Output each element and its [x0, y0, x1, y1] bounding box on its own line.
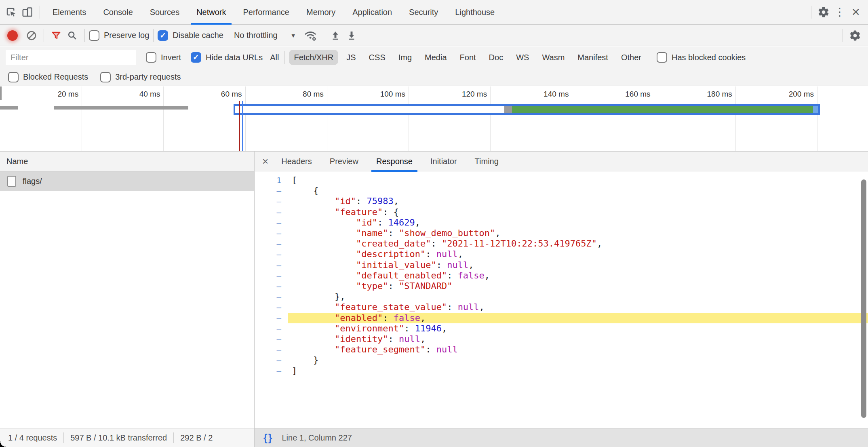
- filter-type-img[interactable]: Img: [394, 50, 417, 65]
- request-waterfall-bar[interactable]: [234, 104, 820, 115]
- token: }: [292, 355, 318, 365]
- detail-tab-timing[interactable]: Timing: [467, 152, 507, 171]
- export-har-button[interactable]: [327, 27, 343, 44]
- detail-tab-headers[interactable]: Headers: [273, 152, 320, 171]
- tab-memory[interactable]: Memory: [299, 0, 343, 25]
- record-network-log-button[interactable]: [7, 30, 18, 41]
- token: [: [292, 175, 297, 185]
- filter-input[interactable]: [6, 50, 136, 65]
- token: "enabled": [335, 313, 383, 323]
- request-options-bar: Blocked Requests 3rd-party requests: [0, 68, 868, 86]
- chevron-down-icon[interactable]: ▼: [291, 32, 296, 39]
- token: :: [377, 217, 388, 228]
- disable-cache-toggle[interactable]: Disable cache: [158, 30, 223, 41]
- gear-icon: [817, 6, 830, 18]
- code-line: – "type": "STANDARD": [255, 281, 868, 291]
- overview-timeline[interactable]: 20 ms40 ms60 ms80 ms100 ms120 ms140 ms16…: [0, 86, 868, 152]
- token: :: [388, 334, 399, 344]
- timeline-gridline: [327, 86, 327, 151]
- line-number: –: [255, 249, 288, 259]
- token: null: [447, 260, 468, 270]
- code-line: – },: [255, 291, 868, 302]
- token: :: [426, 344, 436, 354]
- request-list-header: Name: [0, 152, 254, 171]
- filter-type-all[interactable]: All: [270, 53, 279, 62]
- token: :: [383, 313, 394, 323]
- hide-data-urls-toggle[interactable]: Hide data URLs: [191, 52, 263, 63]
- filter-type-media[interactable]: Media: [420, 50, 451, 65]
- throttling-select[interactable]: No throttling: [234, 31, 278, 40]
- token: [292, 196, 335, 206]
- token: "type": [356, 281, 388, 291]
- search-button[interactable]: [64, 27, 80, 44]
- import-har-button[interactable]: [343, 27, 360, 44]
- filter-type-css[interactable]: CSS: [364, 50, 390, 65]
- tab-application[interactable]: Application: [345, 0, 400, 25]
- vertical-scrollbar[interactable]: [861, 179, 866, 418]
- line-number: –: [255, 291, 288, 302]
- filter-type-other[interactable]: Other: [616, 50, 646, 65]
- third-party-requests-toggle[interactable]: 3rd-party requests: [100, 72, 181, 82]
- detail-tab-preview[interactable]: Preview: [322, 152, 367, 171]
- invert-toggle[interactable]: Invert: [146, 52, 181, 63]
- summary-item: 1 / 4 requests: [8, 433, 57, 443]
- timeline-gridline: [817, 86, 817, 151]
- tab-sources[interactable]: Sources: [142, 0, 187, 25]
- filter-type-js[interactable]: JS: [341, 50, 360, 65]
- settings-button[interactable]: [815, 4, 832, 20]
- filter-type-fetch-xhr[interactable]: Fetch/XHR: [289, 50, 338, 65]
- filter-type-manifest[interactable]: Manifest: [573, 50, 613, 65]
- token: ,: [597, 238, 602, 249]
- filter-type-font[interactable]: Font: [455, 50, 481, 65]
- summary-item: 292 B / 2: [180, 433, 213, 443]
- device-toolbar-button[interactable]: [19, 4, 36, 20]
- timeline-tick-label: 100 ms: [380, 90, 405, 99]
- preserve-log-toggle[interactable]: Preserve log: [89, 30, 149, 41]
- close-devtools-button[interactable]: ✕: [848, 4, 864, 20]
- code-text: "feature": {: [288, 207, 868, 217]
- detail-tab-response[interactable]: Response: [368, 152, 421, 171]
- clear-network-log-button[interactable]: [23, 27, 40, 44]
- request-row-flags[interactable]: flags/: [0, 171, 254, 191]
- tab-performance[interactable]: Performance: [236, 0, 297, 25]
- filter-toggle-button[interactable]: [48, 27, 64, 44]
- response-body-viewer[interactable]: 1[– {– "id": 75983,– "feature": {– "id":…: [255, 171, 868, 428]
- token: [292, 313, 335, 323]
- hide-data-urls-checkbox: [191, 52, 201, 63]
- code-text: "feature_state_value": null,: [288, 302, 868, 312]
- token: :: [447, 270, 458, 280]
- filter-type-doc[interactable]: Doc: [484, 50, 508, 65]
- disable-cache-label: Disable cache: [173, 31, 223, 40]
- window-corner: [0, 441, 6, 447]
- network-settings-button[interactable]: [847, 27, 863, 44]
- tab-elements[interactable]: Elements: [45, 0, 94, 25]
- third-party-requests-checkbox: [100, 72, 111, 82]
- filter-type-ws[interactable]: WS: [511, 50, 534, 65]
- filter-type-wasm[interactable]: Wasm: [537, 50, 569, 65]
- pretty-print-icon[interactable]: {}: [263, 432, 273, 444]
- blocked-requests-toggle[interactable]: Blocked Requests: [8, 72, 88, 82]
- token: "default_enabled": [356, 270, 447, 280]
- code-line: – "feature": {: [255, 207, 868, 217]
- tab-lighthouse[interactable]: Lighthouse: [447, 0, 502, 25]
- inspect-element-button[interactable]: [3, 4, 19, 20]
- name-column-header[interactable]: Name: [0, 157, 28, 166]
- tab-console[interactable]: Console: [95, 0, 140, 25]
- close-detail-icon[interactable]: ×: [255, 155, 272, 168]
- detail-tab-initiator[interactable]: Initiator: [422, 152, 465, 171]
- network-summary: 1 / 4 requests597 B / 10.1 kB transferre…: [0, 428, 255, 447]
- divider: [63, 432, 64, 443]
- timeline-tick-label: 200 ms: [789, 90, 814, 99]
- tab-security[interactable]: Security: [401, 0, 446, 25]
- close-icon: ✕: [851, 7, 860, 17]
- more-options-button[interactable]: ⋮: [832, 4, 848, 20]
- network-conditions-button[interactable]: [303, 27, 319, 44]
- divider: [84, 29, 85, 42]
- divider: [323, 29, 323, 42]
- token: "id": [335, 196, 356, 206]
- token: {: [292, 186, 318, 196]
- has-blocked-cookies-toggle[interactable]: Has blocked cookies: [657, 52, 746, 63]
- block-icon: [26, 30, 37, 41]
- tab-network[interactable]: Network: [189, 0, 234, 25]
- code-text: [: [288, 175, 868, 186]
